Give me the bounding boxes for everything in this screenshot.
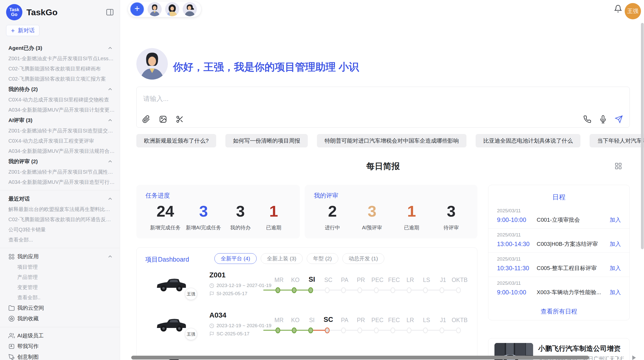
section-header-recent-chats[interactable]: 最近对话 — [0, 193, 120, 204]
sidebar-item[interactable]: A034-全新新能源MUV产品开发项目法规符合性评审 — [0, 146, 120, 156]
project-name[interactable]: A034 — [209, 311, 226, 319]
app-link-change-mgmt[interactable]: 变更管理 — [0, 282, 120, 292]
notification-bell-icon[interactable] — [614, 5, 622, 13]
schedule-item[interactable]: 2025/03/11 10:30-11:30 C005-整车工程目标评审 加入 — [488, 253, 630, 277]
milestone-node-pending[interactable] — [357, 287, 362, 293]
milestone-node-done[interactable] — [275, 327, 280, 333]
scroll-right-arrow-icon[interactable] — [632, 355, 636, 360]
horizontal-scrollbar[interactable] — [131, 356, 589, 359]
chevron-up-icon — [107, 117, 113, 123]
sidebar-item-favorites[interactable]: 我的收藏 — [0, 313, 120, 324]
view-all-chats-link[interactable]: 查看全部... — [0, 235, 120, 245]
milestone-node-pending[interactable] — [341, 327, 346, 333]
milestone-node-pending[interactable] — [440, 287, 444, 293]
milestone-node-done[interactable] — [275, 287, 280, 293]
project-owner-badge[interactable]: 王强 — [185, 288, 197, 300]
section-header-ai-review[interactable]: AI评审 (3) — [0, 115, 120, 126]
milestone-node-done[interactable] — [292, 327, 297, 333]
recent-chat-item[interactable]: C02-飞腾新能源轻客改款项目的闭环通告反馈情况 — [0, 214, 120, 224]
suggestion-chip[interactable]: 如何写一份清晰的项目周报 — [225, 134, 308, 147]
milestone-node-pending[interactable] — [341, 287, 346, 293]
milestone-node-pending[interactable] — [390, 327, 395, 333]
agent-avatar-3[interactable] — [183, 2, 197, 16]
attachment-icon[interactable] — [142, 115, 150, 123]
sidebar-item[interactable]: C02-飞腾新能源轻客改款项目立项汇报方案 — [0, 74, 120, 84]
filter-powertrain[interactable]: 动总开发 (1) — [342, 253, 385, 264]
milestone-node-done[interactable] — [292, 287, 297, 293]
join-meeting-link[interactable]: 加入 — [610, 264, 621, 272]
sidebar-item-creative-draw[interactable]: 创意制图 — [0, 352, 120, 360]
milestone-node-pending[interactable] — [440, 327, 444, 333]
section-header-my-review[interactable]: 我的评审 (2) — [0, 156, 120, 167]
milestone-node-pending[interactable] — [325, 287, 330, 293]
milestone-node-pending[interactable] — [456, 327, 461, 333]
section-header-agent-done[interactable]: Agent已办 (3) — [0, 43, 120, 53]
milestone-node-pending[interactable] — [423, 287, 428, 293]
milestone-node-current[interactable] — [308, 287, 313, 293]
schedule-item[interactable]: 2025/03/11 9:00-10:00 C001-立项审批会 加入 — [488, 204, 630, 229]
join-meeting-link[interactable]: 加入 — [610, 289, 621, 296]
suggestion-chip[interactable]: 特朗普可能对进口汽车增税会对中国车企造成哪些影响 — [317, 134, 466, 147]
new-chat-button[interactable]: + 新对话 — [6, 25, 39, 36]
milestone-node-pending[interactable] — [357, 327, 362, 333]
milestone-node-done[interactable] — [308, 327, 313, 333]
sidebar-collapse-icon[interactable] — [106, 8, 114, 17]
filter-all-new-platform[interactable]: 全新平台 (4) — [214, 253, 257, 264]
suggestion-chip[interactable]: 当下年轻人对汽车外观有怎样的喜好趋势 — [590, 134, 644, 147]
milestone-node-pending[interactable] — [456, 287, 461, 293]
sidebar-item[interactable]: Z001-全新燃油轻卡产品开发项目SI节点属性5D文件评审 — [0, 167, 120, 177]
milestone-node-pending[interactable] — [407, 287, 412, 293]
sidebar-item-help-write[interactable]: 帮我写作 — [0, 341, 120, 352]
scissors-icon[interactable] — [176, 115, 184, 123]
recent-chat-item[interactable]: 公司Q3轻卡销量 — [0, 224, 120, 235]
schedule-item[interactable]: 2025/03/11 13:00-14:30 C003|H0B-方案冻结评审 加… — [488, 229, 630, 253]
project-name[interactable]: Z001 — [209, 271, 226, 279]
sidebar-item-cloud-space[interactable]: 我的云空间 — [0, 303, 120, 313]
schedule-item[interactable]: 2025/03/11 9:00-10:00 X003-车辆动力学性能验... 加… — [488, 277, 630, 301]
send-icon[interactable] — [615, 115, 623, 123]
cloud-space-label: 我的云空间 — [17, 304, 113, 311]
milestone-node-pending[interactable] — [374, 327, 379, 333]
suggestion-chip[interactable]: 比亚迪全固态电池计划具体说了什么 — [476, 134, 580, 147]
suggestion-chip[interactable]: 欧洲新规最近颁布了什么? — [136, 134, 216, 147]
microphone-icon[interactable] — [599, 115, 607, 123]
agent-avatar-2[interactable] — [165, 2, 179, 16]
agent-avatar-1[interactable] — [148, 2, 162, 16]
filter-model-year[interactable]: 年型 (2) — [307, 253, 338, 264]
join-meeting-link[interactable]: 加入 — [610, 216, 621, 224]
chat-input[interactable] — [143, 93, 500, 105]
app-link-project-mgmt[interactable]: 项目管理 — [0, 262, 120, 272]
sidebar-item[interactable]: Z001-全新燃油皮卡产品开发项目SI节点Lesson Learn报告 — [0, 53, 120, 64]
sidebar-item[interactable]: C0X4-动力总成开发项目工程变更评审 — [0, 136, 120, 146]
sidebar-item-ai-super-staff[interactable]: AI超级员工 — [0, 330, 120, 341]
sidebar-item[interactable]: Z001-全新燃油轻卡产品开发项目SI造型提交物评审 — [0, 126, 120, 136]
milestone-node-pending[interactable] — [423, 327, 428, 333]
my-review-card: 我的评审 2 进行中 3 AI预评审 1 已逾期 3 待评审 — [305, 185, 477, 238]
add-agent-button[interactable]: + — [130, 2, 144, 16]
filter-new-body[interactable]: 全新上装 (3) — [261, 253, 303, 264]
app-link-product-mgmt[interactable]: 产品管理 — [0, 272, 120, 282]
milestone-node-pending[interactable] — [407, 327, 412, 333]
scroll-down-arrow-icon[interactable] — [616, 348, 620, 352]
view-all-apps-link[interactable]: 查看全部.. — [0, 292, 120, 303]
sidebar-item-my-apps[interactable]: 我的应用 — [0, 251, 120, 262]
app-logo[interactable]: Task Go — [6, 4, 22, 20]
sidebar-item[interactable]: A034-全新新能源MUV产品开发项目计划变更表编写 — [0, 105, 120, 115]
milestone-node-overdue[interactable] — [325, 327, 330, 333]
view-all-schedule-link[interactable]: 查看所有日程 — [488, 307, 630, 316]
sidebar-item[interactable]: C02-飞腾新能源轻客改款项目里程碑画布 — [0, 64, 120, 74]
vertical-scrollbar[interactable] — [641, 23, 644, 249]
recent-chat-item[interactable]: 解释最新出台的欧盟报废车法规再生塑料比例被调至15%... — [0, 204, 120, 214]
sidebar-item[interactable]: C0X4-动力总成开发项目SI里程碑提交物检查 — [0, 95, 120, 105]
phone-icon[interactable] — [583, 115, 591, 123]
image-icon[interactable] — [159, 115, 167, 123]
project-owner-badge[interactable]: 王强 — [185, 328, 197, 340]
schedule-time: 10:30-11:30 — [497, 265, 537, 272]
user-avatar[interactable]: 王强 — [625, 3, 641, 19]
section-header-my-todo[interactable]: 我的待办 (2) — [0, 84, 120, 95]
sidebar-item[interactable]: A034-全新新能源MUV产品开发项目造型可行性评审 — [0, 177, 120, 187]
layout-grid-icon[interactable] — [614, 162, 622, 170]
milestone-node-pending[interactable] — [390, 287, 395, 293]
milestone-node-pending[interactable] — [374, 287, 379, 293]
join-meeting-link[interactable]: 加入 — [610, 240, 621, 248]
